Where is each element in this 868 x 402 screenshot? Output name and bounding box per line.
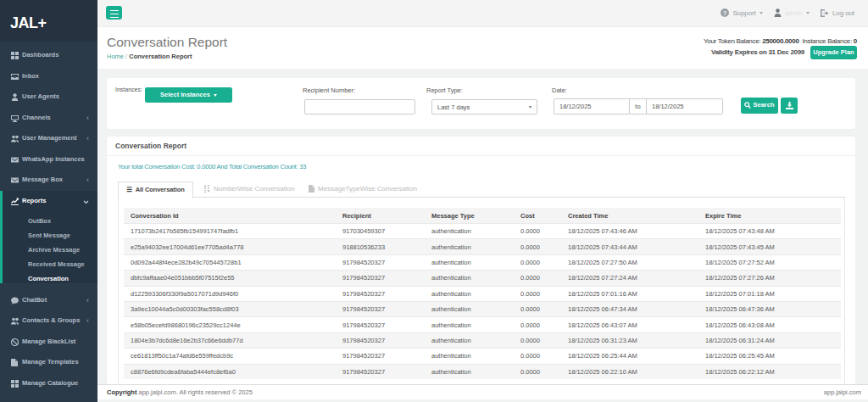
svg-text:?: ?: [723, 10, 726, 16]
